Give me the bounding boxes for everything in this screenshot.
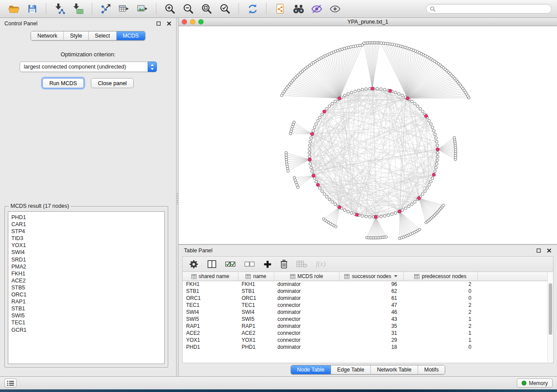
delete-columns-button[interactable] [280,259,288,269]
table-row[interactable]: PHD1PHD1dominator180 [183,344,553,351]
table-row[interactable]: ACE2ACE2connector311 [183,330,553,337]
import-table-button[interactable] [69,1,87,16]
close-table-panel-icon[interactable] [547,248,552,253]
zoom-selected-button[interactable] [216,1,234,16]
optimization-criterion-select[interactable]: largest connected component (undirected) [20,62,157,72]
share-document-button[interactable] [271,1,289,16]
cell-mcds-role: dominator [274,323,339,330]
table-scrollbar[interactable] [547,272,553,363]
result-node-item[interactable]: TEC1 [11,319,161,326]
cell-successor-nodes: 61 [339,295,403,302]
result-node-item[interactable]: STP4 [11,228,161,235]
result-node-item[interactable]: CAR1 [11,221,161,228]
close-panel-icon[interactable] [166,21,172,26]
node-table-body: FKH1FKH1dominator962STB1STB1dominator620… [183,281,553,351]
tab-select[interactable]: Select [89,31,117,40]
select-all-button[interactable] [225,260,236,268]
result-node-item[interactable]: ACE2 [11,277,161,284]
apply-layout-button[interactable] [244,1,261,16]
import-network-button[interactable] [51,1,69,16]
open-session-button[interactable] [5,1,23,16]
cell-name: FKH1 [238,281,274,288]
export-network-button[interactable] [97,1,114,16]
result-node-item[interactable]: SRD1 [11,256,161,263]
deselect-all-button[interactable] [244,260,255,268]
table-row[interactable]: SWI5SWI5connector431 [183,316,553,323]
column-header-name[interactable]: name [238,272,274,281]
network-search-field[interactable] [426,4,552,14]
result-node-item[interactable]: ORC1 [11,291,161,298]
panel-splitter[interactable] [176,18,179,376]
table-row[interactable]: ORC1ORC1dominator610 [183,295,553,302]
tab-edge-table[interactable]: Edge Table [331,365,371,374]
memory-button[interactable]: Memory [517,378,553,388]
splitter-grip-icon [177,193,178,205]
task-history-button[interactable] [4,378,17,388]
export-image-button[interactable] [134,1,151,16]
add-column-button[interactable] [263,260,272,268]
column-header-shared-name[interactable]: shared name [183,272,238,281]
run-mcds-button[interactable]: Run MCDS [42,78,84,88]
trash-icon [280,259,288,269]
table-row[interactable]: YOX1YOX1connector291 [183,337,553,344]
result-node-item[interactable]: FKH1 [11,270,161,277]
zoom-out-button[interactable] [180,1,197,16]
table-row[interactable]: STB1STB1dominator620 [183,288,553,295]
result-node-item[interactable]: PMA2 [11,263,161,270]
tab-network-table[interactable]: Network Table [371,365,418,374]
toolbar-separator [92,3,92,14]
result-node-item[interactable]: STB1 [11,305,161,312]
window-close-light[interactable] [182,19,187,24]
show-details-button[interactable] [326,1,344,16]
first-neighbors-button[interactable] [290,1,307,16]
result-node-item[interactable]: PHD1 [11,214,161,221]
search-input[interactable] [438,6,548,12]
tab-mcds[interactable]: MCDS [117,31,145,40]
tab-motifs[interactable]: Motifs [418,365,445,374]
save-session-button[interactable] [24,1,41,16]
network-view-window: YPA_prune.txt_1 [179,18,557,245]
table-row[interactable]: SWI4SWI4dominator462 [183,309,553,316]
column-header-predecessor-nodes[interactable]: predecessor nodes [403,272,477,281]
table-scrollbar-thumb[interactable] [549,283,552,335]
result-node-item[interactable]: RAP1 [11,298,161,305]
result-node-item[interactable]: TID3 [11,235,161,242]
split-table-button[interactable] [207,260,217,268]
network-window-titlebar[interactable]: YPA_prune.txt_1 [179,18,557,26]
network-canvas[interactable] [179,26,557,244]
column-settings-button[interactable] [189,259,199,269]
delete-table-button[interactable] [296,260,308,268]
zoom-fit-button[interactable] [198,1,215,16]
result-node-item[interactable]: SWI5 [11,312,161,319]
close-panel-button[interactable]: Close panel [91,78,134,88]
result-node-item[interactable]: SWI4 [11,249,161,256]
window-zoom-light[interactable] [198,19,204,24]
tab-node-table[interactable]: Node Table [291,365,331,374]
table-row[interactable]: TEC1TEC1connector472 [183,302,553,309]
hide-details-button[interactable] [308,1,325,16]
fx-label: f(x) [316,260,325,268]
column-header-mcds-role[interactable]: MCDS role [274,272,339,281]
export-table-button[interactable] [115,1,133,16]
zoom-in-button[interactable] [161,1,179,16]
table-row[interactable]: RAP1RAP1dominator352 [183,323,553,330]
cell-shared-name: ORC1 [183,295,238,302]
result-node-item[interactable]: STB5 [11,284,161,291]
result-node-item[interactable]: GCR1 [11,327,161,334]
column-header-successor-nodes[interactable]: successor nodes [339,272,403,281]
tab-network[interactable]: Network [31,31,64,40]
float-table-panel-icon[interactable] [536,248,541,253]
binoculars-icon [293,4,304,14]
control-panel-header: Control Panel [0,18,176,29]
result-node-item[interactable]: YOX1 [11,242,161,249]
function-builder-button[interactable]: f(x) [316,260,325,268]
window-minimize-light[interactable] [190,19,195,24]
main-region: Control Panel NetworkStyleSelectMCDS Opt… [0,18,557,376]
table-panel-header: Table Panel [179,245,557,256]
cell-successor-nodes: 46 [339,309,403,316]
tab-style[interactable]: Style [64,31,89,40]
table-row[interactable]: FKH1FKH1dominator962 [183,281,553,288]
float-panel-icon[interactable] [156,21,161,26]
table-panel: Table Panel [179,245,557,376]
export-network-icon [100,3,111,14]
